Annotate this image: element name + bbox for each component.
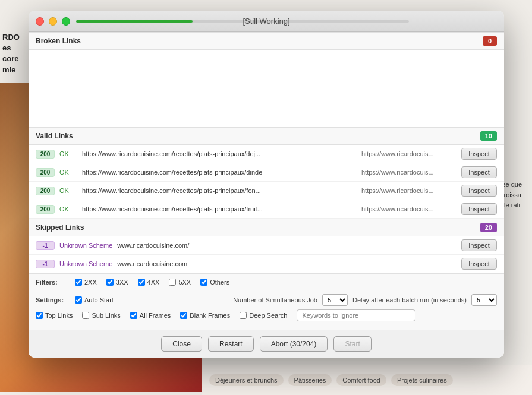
status-text-4: OK bbox=[59, 206, 77, 213]
all-frames-checkbox[interactable] bbox=[130, 312, 137, 319]
filter-others-checkbox[interactable] bbox=[200, 279, 207, 286]
simultaneous-label: Number of Simultaneous Job bbox=[233, 296, 317, 304]
bg-left-text: RDO es core mie bbox=[0, 30, 30, 78]
filter-5xx-checkbox[interactable] bbox=[169, 279, 176, 286]
broken-links-title: Broken Links bbox=[36, 37, 81, 45]
main-dialog: [Still Working] Broken Links 0 Valid Lin… bbox=[29, 11, 504, 358]
settings-row-1: Settings: Auto Start Number of Simultane… bbox=[36, 294, 497, 306]
link-url-skip-1: www.ricardocuisine.com/ bbox=[117, 242, 357, 249]
start-button[interactable]: Start bbox=[333, 336, 371, 352]
filter-others-label: Others bbox=[210, 279, 229, 286]
status-code-2: 200 bbox=[36, 168, 55, 177]
status-code-skip-2: -1 bbox=[36, 260, 55, 268]
delay-select[interactable]: 5 0 1 2 3 4 10 bbox=[471, 294, 497, 306]
table-row: 200 OK https://www.ricardocuisine.com/re… bbox=[29, 200, 504, 219]
progress-bar-fill bbox=[76, 20, 193, 23]
bg-tag-4: Projets culinaires bbox=[391, 374, 453, 386]
filter-3xx-label: 3XX bbox=[116, 279, 128, 286]
status-code-4: 200 bbox=[36, 205, 55, 214]
bg-tag-2: Pâtisseries bbox=[288, 374, 332, 386]
status-code-3: 200 bbox=[36, 187, 55, 195]
restart-button[interactable]: Restart bbox=[208, 336, 254, 352]
status-text-1: OK bbox=[59, 150, 77, 157]
settings-right: Number of Simultaneous Job 5 1 2 3 4 10 … bbox=[233, 294, 497, 306]
status-text-skip-1: Unknown Scheme bbox=[59, 242, 112, 249]
status-text-2: OK bbox=[59, 169, 77, 176]
filter-3xx-checkbox[interactable] bbox=[106, 279, 114, 286]
sub-links-label: Sub Links bbox=[92, 312, 120, 319]
titlebar: [Still Working] bbox=[29, 11, 504, 32]
blank-frames-label: Blank Frames bbox=[190, 312, 230, 319]
simultaneous-select[interactable]: 5 1 2 3 4 10 bbox=[322, 294, 348, 306]
valid-links-title: Valid Links bbox=[36, 132, 73, 140]
table-row: -1 Unknown Scheme www.ricardocuisine.com… bbox=[29, 236, 504, 255]
table-row: 200 OK https://www.ricardocuisine.com/re… bbox=[29, 145, 504, 163]
filters-label: Filters: bbox=[36, 279, 65, 286]
skipped-links-badge: 20 bbox=[480, 223, 497, 232]
inspect-button-3[interactable]: Inspect bbox=[461, 185, 497, 197]
filter-4xx-label: 4XX bbox=[147, 279, 160, 286]
window-controls bbox=[36, 17, 70, 26]
deep-search-label: Deep Search bbox=[249, 312, 287, 319]
top-links-checkbox[interactable] bbox=[36, 312, 43, 319]
maximize-window-button[interactable] bbox=[62, 17, 70, 26]
table-row: 200 OK https://www.ricardocuisine.com/re… bbox=[29, 182, 504, 200]
auto-start-label: Auto Start bbox=[84, 296, 114, 304]
minimize-window-button[interactable] bbox=[49, 17, 57, 26]
abort-button[interactable]: Abort (30/204) bbox=[260, 336, 328, 352]
action-bar: Close Restart Abort (30/204) Start bbox=[29, 330, 504, 358]
inspect-button-skip-2[interactable]: Inspect bbox=[461, 258, 497, 270]
inspect-button-4[interactable]: Inspect bbox=[461, 203, 497, 215]
bg-tag-1: Déjeuners et brunchs bbox=[209, 374, 284, 386]
deep-search-checkbox[interactable] bbox=[240, 312, 247, 319]
filter-5xx-label: 5XX bbox=[178, 279, 191, 286]
settings-label: Settings: bbox=[36, 296, 65, 304]
filter-4xx: 4XX bbox=[138, 279, 160, 286]
top-links-group: Top Links bbox=[36, 312, 73, 319]
delay-label: Delay after each batch run (in seconds) bbox=[352, 296, 467, 304]
link-url-skip-2: www.ricardocuisine.com bbox=[117, 260, 357, 267]
bg-bottom-tags: Déjeuners et brunchs Pâtisseries Comfort… bbox=[202, 365, 532, 395]
filter-4xx-checkbox[interactable] bbox=[138, 279, 145, 286]
link-ref-2: https://www.ricardocuis... bbox=[361, 169, 457, 176]
deep-search-group: Deep Search bbox=[240, 312, 287, 319]
inspect-button-2[interactable]: Inspect bbox=[461, 166, 497, 178]
settings-row-2: Top Links Sub Links All Frames Blank Fra… bbox=[36, 309, 497, 321]
top-links-label: Top Links bbox=[45, 312, 73, 319]
all-frames-group: All Frames bbox=[130, 312, 171, 319]
link-url-3: https://www.ricardocuisine.com/recettes/… bbox=[82, 187, 357, 194]
auto-start-checkbox[interactable] bbox=[75, 296, 82, 304]
sub-links-checkbox[interactable] bbox=[82, 312, 89, 319]
link-ref-3: https://www.ricardocuis... bbox=[361, 187, 457, 194]
inspect-button-1[interactable]: Inspect bbox=[461, 148, 497, 160]
filter-2xx-checkbox[interactable] bbox=[75, 279, 82, 286]
status-text-3: OK bbox=[59, 187, 77, 194]
status-code-skip-1: -1 bbox=[36, 241, 55, 250]
link-url-2: https://www.ricardocuisine.com/recettes/… bbox=[82, 169, 357, 176]
close-window-button[interactable] bbox=[36, 17, 44, 26]
broken-links-empty bbox=[29, 50, 504, 127]
skipped-links-title: Skipped Links bbox=[36, 223, 84, 232]
link-url-1: https://www.ricardocuisine.com/recettes/… bbox=[82, 150, 357, 157]
valid-links-badge: 10 bbox=[480, 131, 497, 141]
link-ref-1: https://www.ricardocuis... bbox=[361, 150, 457, 157]
sub-links-group: Sub Links bbox=[82, 312, 120, 319]
auto-start-group: Auto Start bbox=[75, 296, 114, 304]
filter-2xx-label: 2XX bbox=[84, 279, 97, 286]
link-url-4: https://www.ricardocuisine.com/recettes/… bbox=[82, 206, 357, 213]
filters-section: Filters: 2XX 3XX 4XX 5XX bbox=[29, 273, 504, 292]
filter-3xx: 3XX bbox=[106, 279, 128, 286]
filter-others: Others bbox=[200, 279, 229, 286]
close-button[interactable]: Close bbox=[161, 336, 202, 352]
all-frames-label: All Frames bbox=[140, 312, 171, 319]
keywords-input[interactable] bbox=[297, 309, 415, 321]
window-title: [Still Working] bbox=[243, 17, 289, 26]
inspect-button-skip-1[interactable]: Inspect bbox=[461, 239, 497, 251]
valid-links-header: Valid Links 10 bbox=[29, 127, 504, 145]
blank-frames-checkbox[interactable] bbox=[180, 312, 187, 319]
bg-tag-3: Comfort food bbox=[336, 374, 386, 386]
skipped-links-header: Skipped Links 20 bbox=[29, 219, 504, 236]
table-row: -1 Unknown Scheme www.ricardocuisine.com… bbox=[29, 255, 504, 273]
filter-2xx: 2XX bbox=[75, 279, 97, 286]
dialog-body: Broken Links 0 Valid Links 10 200 OK htt… bbox=[29, 32, 504, 358]
